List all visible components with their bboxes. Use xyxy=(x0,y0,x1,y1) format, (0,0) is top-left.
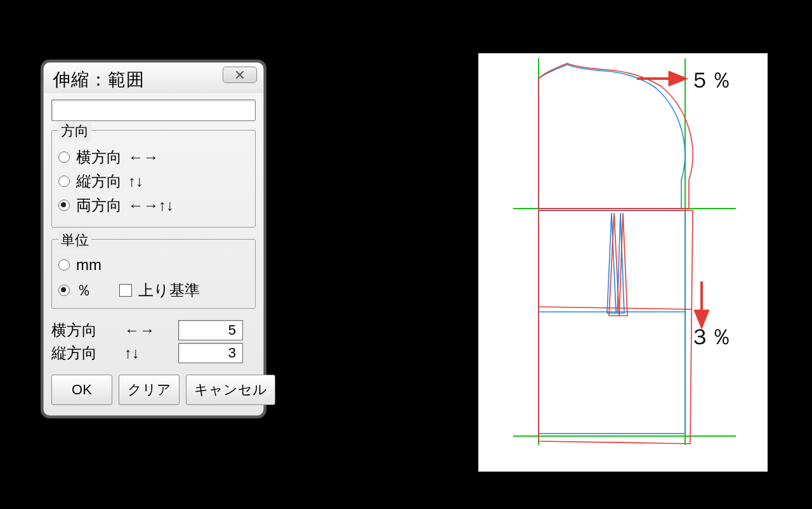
close-icon xyxy=(235,70,244,79)
vertical-annotation: ３％ xyxy=(689,323,732,352)
stretch-range-dialog: 伸縮：範囲 方向 横方向 ←→ 縦方向 ↑↓ 両方向 xyxy=(43,62,264,416)
vertical-input[interactable]: 3 xyxy=(178,343,243,363)
option-label: 両方向 xyxy=(76,195,122,216)
svg-line-6 xyxy=(539,307,691,309)
horizontal-input[interactable]: 5 xyxy=(178,320,243,340)
cancel-button[interactable]: キャンセル xyxy=(186,375,275,405)
arrows-icon: ↑↓ xyxy=(128,172,143,190)
vertical-label: 縦方向 xyxy=(51,343,124,363)
unit-option-percent[interactable]: ％ xyxy=(76,280,91,300)
radio-icon xyxy=(58,151,70,163)
vertical-value-row: 縦方向 ↑↓ 3 xyxy=(51,343,256,363)
close-button[interactable] xyxy=(223,67,257,83)
direction-option-horizontal[interactable]: 横方向 ←→ xyxy=(58,147,249,167)
option-label: 横方向 xyxy=(76,147,122,167)
arrows-icon: ←→ xyxy=(124,321,178,339)
option-label: 縦方向 xyxy=(76,171,122,191)
direction-legend: 方向 xyxy=(58,122,91,141)
arrows-icon: ↑↓ xyxy=(124,344,178,362)
radio-icon xyxy=(58,176,70,187)
direction-option-both[interactable]: 両方向 ←→↑↓ xyxy=(58,195,249,216)
agari-label: 上り基準 xyxy=(138,280,200,300)
arrows-icon: ←→ xyxy=(128,148,159,166)
radio-icon xyxy=(58,285,70,296)
titlebar[interactable]: 伸縮：範囲 xyxy=(44,63,263,93)
option-label: mm xyxy=(76,256,102,274)
unit-option-mm[interactable]: mm xyxy=(58,256,249,274)
top-input[interactable] xyxy=(51,100,256,121)
horizontal-label: 横方向 xyxy=(51,320,124,340)
horizontal-value-row: 横方向 ←→ 5 xyxy=(51,320,256,340)
arrows-icon: ←→↑↓ xyxy=(128,197,174,214)
dialog-title: 伸縮：範囲 xyxy=(53,68,145,92)
direction-option-vertical[interactable]: 縦方向 ↑↓ xyxy=(58,171,249,191)
svg-rect-4 xyxy=(539,210,685,434)
agari-checkbox[interactable] xyxy=(119,284,132,297)
pattern-svg xyxy=(478,53,768,472)
dialog-buttons: OK クリア キャンセル xyxy=(51,375,256,405)
unit-legend: 単位 xyxy=(58,231,91,250)
direction-group: 方向 横方向 ←→ 縦方向 ↑↓ 両方向 ←→↑↓ xyxy=(51,130,256,228)
clear-button[interactable]: クリア xyxy=(119,375,180,405)
unit-group: 単位 mm ％ 上り基準 xyxy=(51,239,256,309)
dialog-content: 方向 横方向 ←→ 縦方向 ↑↓ 両方向 ←→↑↓ 単位 mm xyxy=(44,93,263,415)
radio-icon xyxy=(58,200,70,211)
ok-button[interactable]: OK xyxy=(51,375,112,405)
radio-icon xyxy=(58,259,70,271)
pattern-preview: ５％ ３％ xyxy=(478,53,768,472)
horizontal-annotation: ５％ xyxy=(689,66,732,95)
